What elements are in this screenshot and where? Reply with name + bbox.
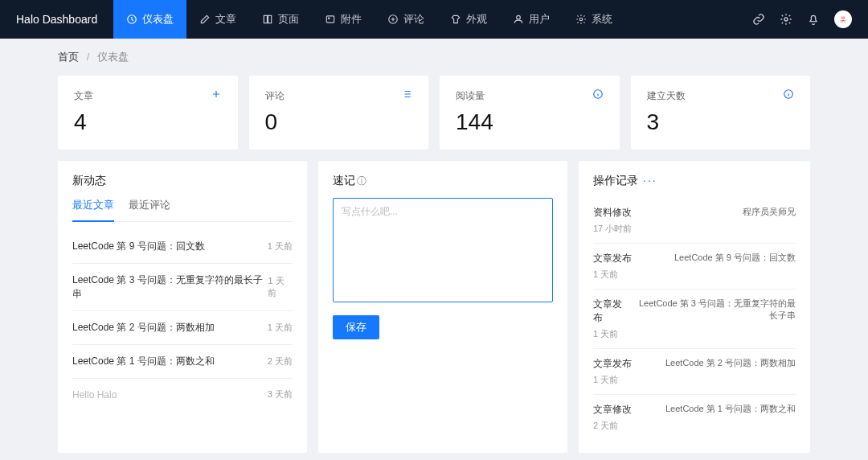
- appearance-icon: [450, 14, 461, 25]
- log-detail: LeetCode 第 2 号问题：两数相加: [665, 357, 796, 369]
- list-item: 文章修改 LeetCode 第 1 号问题：两数之和 2 天前: [593, 395, 796, 440]
- page-icon: [262, 14, 273, 25]
- list-item: 文章发布 LeetCode 第 3 号问题：无重复字符的最长子串 1 天前: [593, 290, 796, 349]
- panel-title: 速记ⓘ: [333, 174, 553, 188]
- save-button[interactable]: 保存: [333, 315, 379, 339]
- nav-posts[interactable]: 文章: [186, 0, 249, 39]
- panels-row: 新动态 最近文章 最近评论 LeetCode 第 9 号问题：回文数 1 天前 …: [58, 161, 810, 453]
- quicknote-panel: 速记ⓘ 保存: [318, 161, 567, 453]
- list-item[interactable]: LeetCode 第 9 号问题：回文数 1 天前: [72, 230, 293, 264]
- nav-label: 系统: [592, 12, 612, 27]
- nav-comments[interactable]: 评论: [375, 0, 437, 39]
- tab-recent-comments[interactable]: 最近评论: [129, 198, 170, 221]
- svg-point-7: [579, 18, 583, 21]
- dashboard-icon: [126, 14, 137, 25]
- stats-row: 文章 4 评论 0 阅读量 144 建立天数 3: [58, 76, 810, 150]
- nav-label: 评论: [403, 12, 424, 27]
- tab-recent-posts[interactable]: 最近文章: [72, 198, 114, 222]
- list-item[interactable]: Hello Halo 3 天前: [72, 379, 293, 410]
- log-type: 文章发布: [593, 252, 632, 265]
- avatar[interactable]: 吴: [834, 10, 852, 28]
- log-detail: LeetCode 第 1 号问题：两数之和: [665, 403, 796, 415]
- log-type: 文章修改: [593, 403, 632, 417]
- comment-icon: [387, 14, 399, 25]
- nav-attachments[interactable]: 附件: [312, 0, 375, 39]
- svg-point-8: [784, 18, 788, 21]
- nav-label: 附件: [341, 12, 362, 27]
- more-icon[interactable]: ···: [643, 174, 657, 187]
- svg-rect-2: [268, 15, 272, 23]
- stat-value: 4: [74, 109, 222, 135]
- list-item[interactable]: LeetCode 第 2 号问题：两数相加 1 天前: [72, 311, 293, 345]
- list-item: 资料修改 程序员吴师兄 17 小时前: [593, 198, 796, 244]
- nav-label: 外观: [466, 12, 487, 27]
- log-type: 资料修改: [593, 206, 632, 220]
- log-list: 资料修改 程序员吴师兄 17 小时前 文章发布 LeetCode 第 9 号问题…: [593, 198, 796, 440]
- link-icon[interactable]: [752, 13, 765, 26]
- breadcrumb-current: 仪表盘: [97, 51, 129, 63]
- list-item: 文章发布 LeetCode 第 9 号问题：回文数 1 天前: [593, 244, 796, 290]
- stat-value: 144: [456, 109, 604, 135]
- post-title: LeetCode 第 1 号问题：两数之和: [72, 355, 215, 368]
- list-item[interactable]: LeetCode 第 1 号问题：两数之和 2 天前: [72, 345, 293, 379]
- log-type: 文章发布: [593, 357, 632, 371]
- activity-panel: 新动态 最近文章 最近评论 LeetCode 第 9 号问题：回文数 1 天前 …: [58, 161, 307, 453]
- info-icon[interactable]: ⓘ: [357, 175, 366, 187]
- post-time: 3 天前: [268, 388, 293, 400]
- gear-icon: [575, 14, 587, 25]
- list-icon[interactable]: [401, 88, 412, 103]
- nav-appearance[interactable]: 外观: [437, 0, 500, 39]
- log-detail: LeetCode 第 9 号问题：回文数: [674, 252, 796, 264]
- plus-icon[interactable]: [211, 88, 222, 103]
- breadcrumb-home[interactable]: 首页: [58, 51, 79, 63]
- nav-label: 用户: [529, 12, 550, 27]
- nav-label: 页面: [278, 12, 299, 27]
- post-title: LeetCode 第 9 号问题：回文数: [72, 240, 205, 253]
- breadcrumb-sep: /: [87, 51, 90, 63]
- stat-label: 建立天数: [647, 89, 686, 103]
- nav-dashboard[interactable]: 仪表盘: [113, 0, 186, 39]
- post-time: 1 天前: [268, 275, 293, 299]
- post-title: Hello Halo: [72, 389, 117, 400]
- log-time: 1 天前: [593, 269, 796, 281]
- post-title: LeetCode 第 3 号问题：无重复字符的最长子串: [72, 273, 268, 301]
- post-time: 1 天前: [268, 240, 293, 253]
- main-container: 文章 4 评论 0 阅读量 144 建立天数 3: [0, 76, 868, 453]
- info-icon[interactable]: [783, 88, 794, 103]
- main-nav: 仪表盘 文章 页面 附件 评论 外观 用户 系统: [113, 0, 625, 39]
- stat-label: 阅读量: [456, 89, 485, 103]
- panel-title: 操作记录···: [593, 174, 796, 188]
- nav-label: 仪表盘: [142, 12, 174, 27]
- post-time: 2 天前: [268, 355, 293, 368]
- stat-value: 0: [265, 109, 413, 135]
- post-title: LeetCode 第 2 号问题：两数相加: [72, 321, 215, 335]
- svg-rect-1: [264, 15, 268, 23]
- topbar-right: 吴: [752, 10, 868, 28]
- user-icon: [513, 14, 524, 25]
- nav-system[interactable]: 系统: [563, 0, 625, 39]
- svg-point-6: [517, 15, 521, 19]
- list-item: 文章发布 LeetCode 第 2 号问题：两数相加 1 天前: [593, 349, 796, 395]
- stat-days: 建立天数 3: [631, 76, 811, 150]
- log-detail: 程序员吴师兄: [743, 206, 796, 218]
- breadcrumb: 首页 / 仪表盘: [0, 39, 868, 76]
- nav-users[interactable]: 用户: [500, 0, 563, 39]
- log-time: 1 天前: [593, 374, 796, 386]
- log-detail: LeetCode 第 3 号问题：无重复字符的最长子串: [635, 298, 796, 322]
- quicknote-title: 速记: [333, 174, 355, 187]
- quicknote-textarea[interactable]: [333, 198, 553, 302]
- bell-icon[interactable]: [807, 13, 820, 26]
- attachment-icon: [325, 14, 336, 25]
- post-list: LeetCode 第 9 号问题：回文数 1 天前 LeetCode 第 3 号…: [72, 230, 293, 410]
- info-icon[interactable]: [592, 88, 604, 103]
- topbar: Halo Dashboard 仪表盘 文章 页面 附件 评论 外观 用户: [0, 0, 868, 39]
- post-time: 1 天前: [268, 322, 293, 334]
- log-time: 17 小时前: [593, 223, 796, 235]
- settings-icon[interactable]: [780, 13, 792, 26]
- log-time: 2 天前: [593, 420, 796, 432]
- nav-pages[interactable]: 页面: [249, 0, 312, 39]
- list-item[interactable]: LeetCode 第 3 号问题：无重复字符的最长子串 1 天前: [72, 264, 293, 311]
- svg-rect-3: [327, 16, 334, 23]
- stat-comments: 评论 0: [249, 76, 429, 150]
- edit-icon: [199, 14, 211, 25]
